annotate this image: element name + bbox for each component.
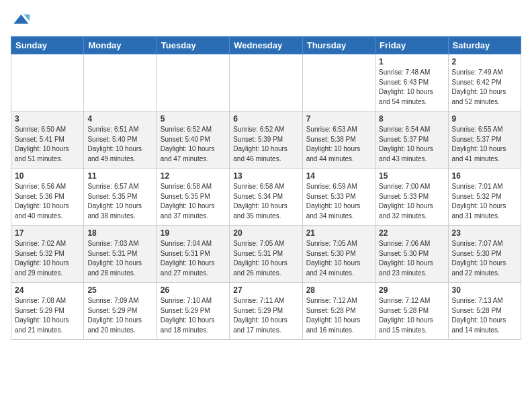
calendar-day-20: 20Sunrise: 7:05 AM Sunset: 5:31 PM Dayli… (230, 226, 302, 283)
day-number: 2 (452, 57, 517, 66)
calendar-day-4: 4Sunrise: 6:51 AM Sunset: 5:40 PM Daylig… (84, 111, 157, 169)
day-info: Sunrise: 7:10 AM Sunset: 5:29 PM Dayligh… (161, 296, 226, 335)
day-number: 22 (379, 228, 444, 238)
calendar-day-10: 10Sunrise: 6:56 AM Sunset: 5:36 PM Dayli… (11, 169, 84, 226)
day-info: Sunrise: 6:52 AM Sunset: 5:39 PM Dayligh… (233, 125, 298, 164)
day-info: Sunrise: 7:00 AM Sunset: 5:33 PM Dayligh… (379, 182, 444, 221)
calendar-day-19: 19Sunrise: 7:04 AM Sunset: 5:31 PM Dayli… (157, 226, 229, 283)
day-info: Sunrise: 7:48 AM Sunset: 6:43 PM Dayligh… (379, 68, 444, 107)
day-number: 7 (306, 114, 371, 124)
day-number: 3 (15, 114, 80, 124)
day-number: 16 (452, 171, 517, 181)
calendar-week-3: 10Sunrise: 6:56 AM Sunset: 5:36 PM Dayli… (11, 169, 521, 226)
calendar-day-14: 14Sunrise: 6:59 AM Sunset: 5:33 PM Dayli… (302, 169, 375, 226)
day-info: Sunrise: 7:05 AM Sunset: 5:31 PM Dayligh… (233, 239, 298, 278)
day-number: 6 (233, 114, 298, 124)
calendar-day-24: 24Sunrise: 7:08 AM Sunset: 5:29 PM Dayli… (11, 283, 84, 340)
day-number: 8 (379, 114, 444, 124)
calendar-header-thursday: Thursday (302, 37, 375, 54)
day-number: 5 (161, 114, 226, 124)
day-info: Sunrise: 6:53 AM Sunset: 5:38 PM Dayligh… (306, 125, 371, 164)
empty-cell (11, 54, 84, 111)
calendar-header-friday: Friday (375, 37, 448, 54)
calendar-day-29: 29Sunrise: 7:12 AM Sunset: 5:28 PM Dayli… (375, 283, 448, 340)
day-number: 9 (452, 114, 517, 124)
calendar-day-1: 1Sunrise: 7:48 AM Sunset: 6:43 PM Daylig… (375, 54, 448, 111)
calendar-header-tuesday: Tuesday (157, 37, 229, 54)
day-number: 21 (306, 228, 371, 238)
calendar-day-17: 17Sunrise: 7:02 AM Sunset: 5:32 PM Dayli… (11, 226, 84, 283)
day-number: 29 (379, 285, 444, 295)
day-number: 24 (15, 285, 80, 295)
day-info: Sunrise: 7:13 AM Sunset: 5:28 PM Dayligh… (452, 296, 517, 335)
calendar-day-6: 6Sunrise: 6:52 AM Sunset: 5:39 PM Daylig… (230, 111, 302, 169)
calendar-day-28: 28Sunrise: 7:12 AM Sunset: 5:28 PM Dayli… (302, 283, 375, 340)
calendar-day-30: 30Sunrise: 7:13 AM Sunset: 5:28 PM Dayli… (448, 283, 521, 340)
day-number: 17 (15, 228, 80, 238)
calendar-day-3: 3Sunrise: 6:50 AM Sunset: 5:41 PM Daylig… (11, 111, 84, 169)
calendar-header-saturday: Saturday (448, 37, 521, 54)
logo-icon (11, 11, 30, 30)
calendar-day-27: 27Sunrise: 7:11 AM Sunset: 5:29 PM Dayli… (230, 283, 302, 340)
day-number: 20 (233, 228, 298, 238)
calendar-day-8: 8Sunrise: 6:54 AM Sunset: 5:37 PM Daylig… (375, 111, 448, 169)
logo (11, 11, 32, 30)
day-info: Sunrise: 7:03 AM Sunset: 5:31 PM Dayligh… (87, 239, 152, 278)
day-info: Sunrise: 6:58 AM Sunset: 5:35 PM Dayligh… (161, 182, 226, 221)
day-number: 23 (452, 228, 517, 238)
calendar-day-12: 12Sunrise: 6:58 AM Sunset: 5:35 PM Dayli… (157, 169, 229, 226)
day-number: 1 (379, 57, 444, 66)
calendar-week-2: 3Sunrise: 6:50 AM Sunset: 5:41 PM Daylig… (11, 111, 521, 169)
day-info: Sunrise: 6:56 AM Sunset: 5:36 PM Dayligh… (15, 182, 80, 221)
calendar-day-2: 2Sunrise: 7:49 AM Sunset: 6:42 PM Daylig… (448, 54, 521, 111)
day-info: Sunrise: 7:12 AM Sunset: 5:28 PM Dayligh… (306, 296, 371, 335)
day-number: 4 (87, 114, 152, 124)
calendar-day-9: 9Sunrise: 6:55 AM Sunset: 5:37 PM Daylig… (448, 111, 521, 169)
day-number: 28 (306, 285, 371, 295)
calendar-table: SundayMondayTuesdayWednesdayThursdayFrid… (11, 36, 521, 340)
day-number: 26 (161, 285, 226, 295)
calendar-day-7: 7Sunrise: 6:53 AM Sunset: 5:38 PM Daylig… (302, 111, 375, 169)
day-info: Sunrise: 7:07 AM Sunset: 5:30 PM Dayligh… (452, 239, 517, 278)
day-info: Sunrise: 7:11 AM Sunset: 5:29 PM Dayligh… (233, 296, 298, 335)
calendar-header-monday: Monday (84, 37, 157, 54)
day-number: 30 (452, 285, 517, 295)
calendar-header-wednesday: Wednesday (230, 37, 302, 54)
day-info: Sunrise: 6:57 AM Sunset: 5:35 PM Dayligh… (87, 182, 152, 221)
day-number: 19 (161, 228, 226, 238)
day-number: 27 (233, 285, 298, 295)
day-info: Sunrise: 7:12 AM Sunset: 5:28 PM Dayligh… (379, 296, 444, 335)
calendar-day-25: 25Sunrise: 7:09 AM Sunset: 5:29 PM Dayli… (84, 283, 157, 340)
header (11, 11, 521, 30)
day-number: 25 (87, 285, 152, 295)
calendar-day-18: 18Sunrise: 7:03 AM Sunset: 5:31 PM Dayli… (84, 226, 157, 283)
calendar-day-16: 16Sunrise: 7:01 AM Sunset: 5:32 PM Dayli… (448, 169, 521, 226)
empty-cell (84, 54, 157, 111)
day-info: Sunrise: 6:54 AM Sunset: 5:37 PM Dayligh… (379, 125, 444, 164)
day-info: Sunrise: 7:49 AM Sunset: 6:42 PM Dayligh… (452, 68, 517, 107)
empty-cell (230, 54, 302, 111)
day-number: 18 (87, 228, 152, 238)
day-number: 14 (306, 171, 371, 181)
day-info: Sunrise: 6:55 AM Sunset: 5:37 PM Dayligh… (452, 125, 517, 164)
calendar-header-row: SundayMondayTuesdayWednesdayThursdayFrid… (11, 37, 521, 54)
day-number: 11 (87, 171, 152, 181)
day-number: 15 (379, 171, 444, 181)
calendar-week-4: 17Sunrise: 7:02 AM Sunset: 5:32 PM Dayli… (11, 226, 521, 283)
calendar-day-26: 26Sunrise: 7:10 AM Sunset: 5:29 PM Dayli… (157, 283, 229, 340)
calendar-header-sunday: Sunday (11, 37, 84, 54)
day-info: Sunrise: 6:58 AM Sunset: 5:34 PM Dayligh… (233, 182, 298, 221)
day-number: 12 (161, 171, 226, 181)
day-number: 10 (15, 171, 80, 181)
calendar-day-5: 5Sunrise: 6:52 AM Sunset: 5:40 PM Daylig… (157, 111, 229, 169)
calendar-day-21: 21Sunrise: 7:05 AM Sunset: 5:30 PM Dayli… (302, 226, 375, 283)
day-info: Sunrise: 6:51 AM Sunset: 5:40 PM Dayligh… (87, 125, 152, 164)
calendar-day-13: 13Sunrise: 6:58 AM Sunset: 5:34 PM Dayli… (230, 169, 302, 226)
calendar-week-1: 1Sunrise: 7:48 AM Sunset: 6:43 PM Daylig… (11, 54, 521, 111)
calendar-day-11: 11Sunrise: 6:57 AM Sunset: 5:35 PM Dayli… (84, 169, 157, 226)
day-info: Sunrise: 7:02 AM Sunset: 5:32 PM Dayligh… (15, 239, 80, 278)
empty-cell (157, 54, 229, 111)
day-info: Sunrise: 7:05 AM Sunset: 5:30 PM Dayligh… (306, 239, 371, 278)
day-info: Sunrise: 6:52 AM Sunset: 5:40 PM Dayligh… (161, 125, 226, 164)
day-info: Sunrise: 7:09 AM Sunset: 5:29 PM Dayligh… (87, 296, 152, 335)
